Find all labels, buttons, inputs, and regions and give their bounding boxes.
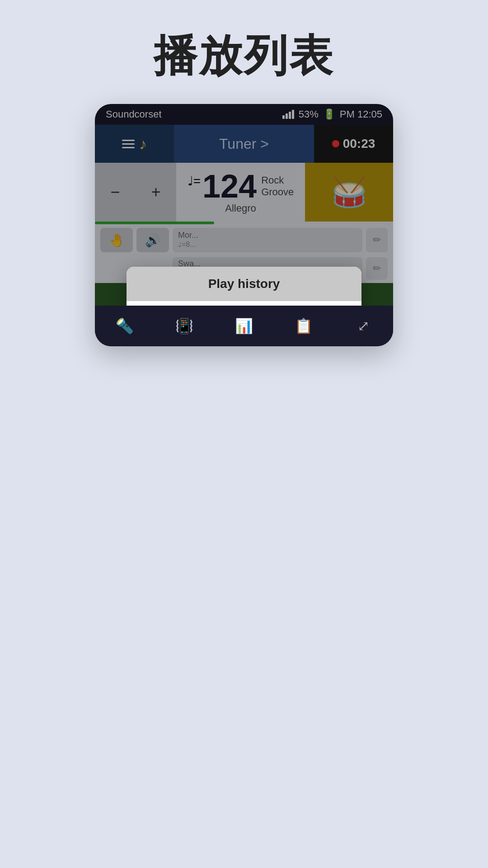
chart-icon: 📊 — [235, 317, 253, 335]
bottom-toolbar: 🔦 📳 📊 📋 ⤢ — [95, 306, 393, 346]
chart-button[interactable]: 📊 — [214, 306, 274, 346]
vibrate-button[interactable]: 📳 — [155, 306, 214, 346]
expand-icon: ⤢ — [357, 317, 370, 335]
flashlight-icon: 🔦 — [116, 317, 134, 335]
expand-button[interactable]: ⤢ — [333, 306, 393, 346]
clipboard-button[interactable]: 📋 — [274, 306, 333, 346]
vibrate-icon: 📳 — [175, 317, 193, 335]
page-title: 播放列表 — [0, 0, 488, 104]
clipboard-icon: 📋 — [295, 317, 313, 335]
flashlight-button[interactable]: 🔦 — [95, 306, 155, 346]
modal-header: Play history — [127, 267, 361, 301]
phone-frame: Soundcorset 53% 🔋 PM 12:05 ♪ Tuner > 0 — [95, 104, 393, 346]
